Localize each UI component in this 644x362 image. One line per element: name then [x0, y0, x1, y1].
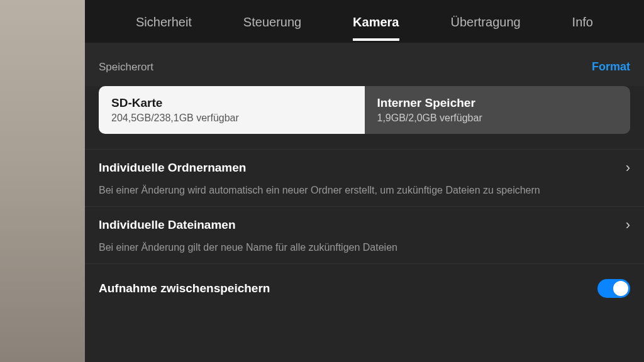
storage-sdcard-detail: 204,5GB/238,1GB verfügbar [111, 112, 352, 124]
setting-cache-recording-header: Aufnahme zwischenspeichern [99, 279, 630, 298]
storage-sdcard-title: SD-Karte [111, 96, 352, 110]
tab-sicherheit[interactable]: Sicherheit [131, 3, 197, 41]
chevron-right-icon: › [626, 160, 630, 176]
storage-section-label: Speicherort [99, 61, 153, 74]
setting-file-names-desc: Bei einer Änderung gilt der neue Name fü… [99, 242, 630, 253]
cache-recording-toggle[interactable] [597, 279, 630, 298]
storage-section-header: Speicherort Format [85, 43, 644, 86]
storage-internal-detail: 1,9GB/2,0GB verfügbar [377, 112, 618, 124]
settings-panel: Sicherheit Steuerung Kamera Übertragung … [85, 0, 644, 362]
settings-content: Speicherort Format SD-Karte 204,5GB/238,… [85, 43, 644, 362]
setting-cache-recording-title: Aufnahme zwischenspeichern [99, 282, 270, 295]
setting-file-names[interactable]: Individuelle Dateinamen › Bei einer Ände… [85, 206, 644, 263]
setting-folder-names-title: Individuelle Ordnernamen [99, 161, 246, 175]
storage-internal-title: Interner Speicher [377, 96, 618, 110]
tab-kamera[interactable]: Kamera [348, 3, 404, 41]
setting-folder-names[interactable]: Individuelle Ordnernamen › Bei einer Änd… [85, 149, 644, 206]
setting-folder-names-header: Individuelle Ordnernamen › [99, 160, 630, 176]
tab-info[interactable]: Info [567, 3, 598, 41]
camera-preview-strip [0, 0, 85, 362]
tab-uebertragung[interactable]: Übertragung [445, 3, 525, 41]
tab-bar: Sicherheit Steuerung Kamera Übertragung … [85, 0, 644, 43]
setting-file-names-title: Individuelle Dateinamen [99, 218, 236, 232]
chevron-right-icon: › [626, 217, 630, 233]
storage-location-toggle: SD-Karte 204,5GB/238,1GB verfügbar Inter… [99, 86, 630, 134]
storage-option-sdcard[interactable]: SD-Karte 204,5GB/238,1GB verfügbar [99, 86, 365, 134]
setting-file-names-header: Individuelle Dateinamen › [99, 217, 630, 233]
setting-folder-names-desc: Bei einer Änderung wird automatisch ein … [99, 185, 630, 196]
setting-cache-recording: Aufnahme zwischenspeichern [85, 263, 644, 313]
toggle-knob [613, 281, 628, 296]
tab-steuerung[interactable]: Steuerung [238, 3, 306, 41]
storage-option-internal[interactable]: Interner Speicher 1,9GB/2,0GB verfügbar [365, 86, 631, 134]
format-button[interactable]: Format [592, 60, 630, 74]
